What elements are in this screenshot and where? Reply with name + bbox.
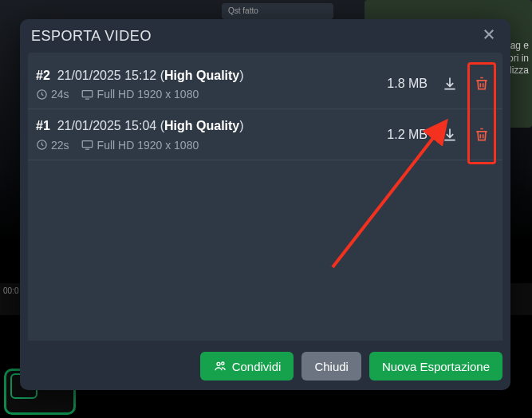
trash-icon [474, 76, 490, 92]
display-icon [81, 139, 94, 151]
share-label: Condividi [232, 360, 282, 373]
close-label: Chiudi [314, 360, 349, 373]
bg-card-label: Qst fatto [228, 6, 258, 15]
export-meta-line: 24s Full HD 1920 x 1080 [36, 88, 387, 101]
svg-point-5 [221, 362, 223, 365]
delete-button[interactable] [472, 125, 491, 144]
export-info: #1 21/01/2025 15:04 (High Quality) 22s F… [36, 117, 387, 151]
clock-icon [36, 89, 48, 101]
new-export-button[interactable]: Nuova Esportazione [369, 352, 502, 381]
export-title-line: #1 21/01/2025 15:04 (High Quality) [36, 117, 387, 135]
modal-title: ESPORTA VIDEO [31, 28, 152, 45]
share-button[interactable]: Condividi [200, 352, 294, 381]
clock-icon [36, 139, 48, 151]
delete-button[interactable] [472, 74, 491, 93]
modal-header: ESPORTA VIDEO [20, 19, 510, 53]
file-size: 1.8 MB [387, 77, 428, 91]
export-index: #1 [36, 119, 50, 132]
download-icon [442, 127, 458, 143]
export-meta-line: 22s Full HD 1920 x 1080 [36, 139, 387, 152]
export-date: 21/01/2025 15:04 [57, 119, 157, 132]
export-resolution: Full HD 1920 x 1080 [97, 139, 199, 152]
download-button[interactable] [440, 74, 459, 93]
download-icon [442, 76, 458, 92]
export-index: #2 [36, 69, 50, 82]
svg-point-4 [217, 362, 220, 365]
bg-card: Qst fatto [222, 3, 333, 19]
export-quality: High Quality [164, 119, 239, 132]
new-export-label: Nuova Esportazione [382, 360, 490, 373]
close-icon [482, 27, 496, 41]
close-modal-button[interactable]: Chiudi [301, 352, 361, 381]
close-button[interactable] [479, 26, 499, 46]
export-actions: 1.2 MB [387, 125, 491, 144]
modal-body: #2 21/01/2025 15:12 (High Quality) 24s F… [28, 53, 502, 341]
svg-rect-1 [82, 90, 93, 97]
export-title-line: #2 21/01/2025 15:12 (High Quality) [36, 67, 387, 85]
export-row: #2 21/01/2025 15:12 (High Quality) 24s F… [28, 59, 502, 109]
people-icon [213, 360, 227, 373]
download-button[interactable] [440, 125, 459, 144]
export-duration: 22s [51, 139, 69, 152]
export-resolution: Full HD 1920 x 1080 [97, 88, 199, 101]
export-modal: ESPORTA VIDEO #2 21/01/2025 15:12 (High … [20, 19, 510, 390]
export-quality: High Quality [164, 69, 239, 82]
svg-rect-3 [82, 141, 93, 148]
export-date: 21/01/2025 15:12 [57, 69, 157, 82]
file-size: 1.2 MB [387, 128, 428, 142]
bg-timecode: 00:0 [3, 286, 18, 295]
trash-icon [474, 127, 490, 143]
display-icon [81, 89, 94, 101]
export-row: #1 21/01/2025 15:04 (High Quality) 22s F… [28, 109, 502, 160]
modal-footer: Condividi Chiudi Nuova Esportazione [20, 341, 510, 390]
export-info: #2 21/01/2025 15:12 (High Quality) 24s F… [36, 67, 387, 101]
export-actions: 1.8 MB [387, 74, 491, 93]
export-duration: 24s [51, 88, 69, 101]
